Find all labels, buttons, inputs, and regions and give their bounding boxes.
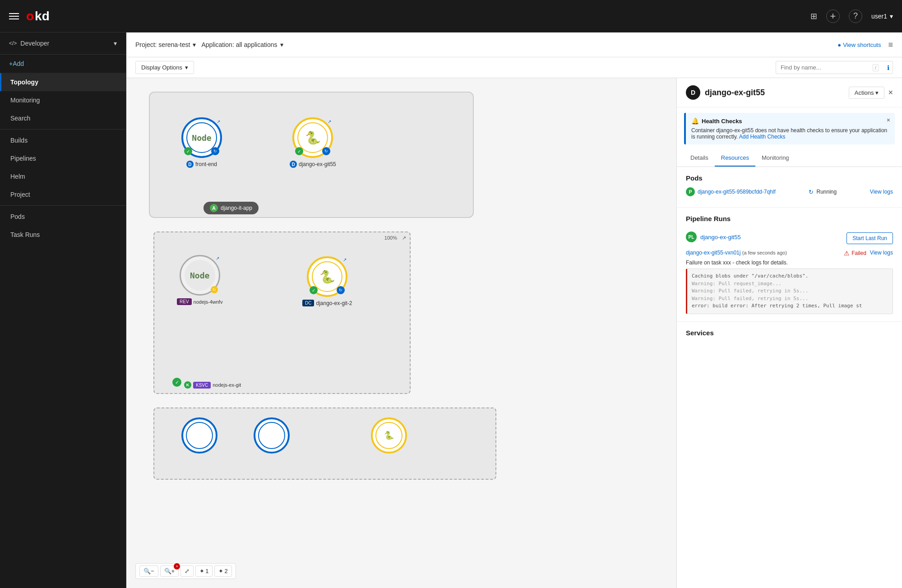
ksvc-container: K KSVC nodejs-ex-git [184, 381, 241, 389]
zoom-fit-1-button[interactable]: ✦ 1 [195, 565, 213, 577]
panel-actions: Actions ▾ × [849, 87, 893, 99]
node-front-end-status-icon: ✓ [184, 147, 192, 155]
node-nodejs-inner[interactable]: ↗ Node ↻ REV nodejs-4wnfv [177, 255, 222, 305]
node-django2-link-icon[interactable]: ↗ [343, 257, 347, 262]
sidebar-item-task-runs[interactable]: Task Runs [0, 226, 126, 244]
sidebar-divider-2 [0, 205, 126, 206]
node-django-name: django-ex-git55 [299, 161, 336, 167]
add-button[interactable]: +Add [0, 55, 126, 73]
pods-section: Pods P django-ex-git55-9589bcfdd-7qhlf ↻… [677, 167, 902, 208]
pipeline-run-entry: django-ex-git55-vxn01j (a few seconds ag… [686, 250, 893, 257]
node-nodejs-inner-circle: Node [185, 260, 215, 291]
node-django2-ring: 🐍 ✓ ↻ [307, 256, 347, 297]
alert-text: Container django-ex-git55 does not have … [691, 127, 889, 140]
pipeline-run-name-time: django-ex-git55-vxn01j (a few seconds ag… [686, 250, 840, 256]
group3-node-2-inner: ⬆ [258, 422, 285, 449]
actions-dropdown-button[interactable]: Actions ▾ [849, 87, 885, 99]
display-options-label: Display Options [141, 64, 182, 71]
pipeline-run-name-link[interactable]: django-ex-git55-vxn01j [686, 250, 740, 256]
user-menu[interactable]: user1 ▾ [871, 13, 893, 20]
sidebar-item-search[interactable]: Search [0, 109, 126, 127]
plus-icon[interactable]: + [826, 9, 840, 23]
project-selector[interactable]: Project: serena-test ▾ [135, 41, 196, 48]
hamburger-menu[interactable] [9, 13, 19, 19]
pod-name-container: P django-ex-git55-9589bcfdd-7qhlf [686, 187, 776, 196]
panel-title-badge: D [686, 85, 700, 100]
zoom-fit-button[interactable]: ⤢ [180, 565, 194, 577]
zoom-toolbar: 🔍− 🔍+ × ⤢ ✦ 1 ✦ 2 [135, 563, 236, 579]
node-django2-status-icon: ✓ [310, 286, 318, 294]
group2-percent-label: 100% [384, 235, 397, 241]
node-django-ex-git-2[interactable]: ↗ 🐍 ✓ ↻ DC django-ex-git-2 [302, 256, 352, 306]
node-nodejs-inner-tags: REV nodejs-4wnfv [177, 298, 222, 305]
sidebar-item-monitoring[interactable]: Monitoring [0, 91, 126, 109]
group3-node-1[interactable]: ⬆ [181, 417, 217, 454]
context-chevron-icon[interactable]: ▾ [114, 40, 117, 47]
alert-message: Container django-ex-git55 does not have … [691, 127, 887, 140]
node-django-sync-icon: ↻ [322, 147, 330, 155]
tab-details[interactable]: Details [684, 150, 715, 167]
start-last-run-button[interactable]: Start Last Run [846, 232, 893, 244]
pl-badge: PL [686, 231, 697, 242]
sidebar-header: </> Developer ▾ [0, 32, 126, 55]
pipeline-name-row: PL django-ex-git55 [686, 231, 741, 242]
sidebar-item-builds[interactable]: Builds [0, 131, 126, 149]
grid-icon[interactable]: ⊞ [810, 11, 817, 21]
application-selector[interactable]: Application: all applications ▾ [201, 41, 283, 48]
node-django-ex-git55[interactable]: ↗ 🐍 ✓ ↻ D django-ex-git55 [290, 117, 336, 168]
sidebar-item-pods[interactable]: Pods [0, 208, 126, 226]
help-icon[interactable]: ? [849, 9, 862, 23]
node-front-end-name: front-end [195, 161, 217, 167]
zoom-in-button[interactable]: 🔍+ × [160, 565, 179, 577]
sidebar-item-helm[interactable]: Helm [0, 167, 126, 185]
view-shortcuts-button[interactable]: ● View shortcuts [837, 42, 881, 48]
sidebar-item-pipelines[interactable]: Pipelines [0, 149, 126, 167]
zoom-out-button[interactable]: 🔍− [139, 565, 158, 577]
topbar: okd ⊞ + ? user1 ▾ [0, 0, 902, 32]
sidebar-item-project[interactable]: Project [0, 185, 126, 204]
side-panel: D django-ex-git55 Actions ▾ × 🔔 [676, 78, 902, 588]
group2-external-link-icon[interactable]: ↗ [402, 235, 406, 241]
actions-label: Actions [855, 89, 874, 96]
pipeline-runs-header: Pipeline Runs [686, 215, 893, 228]
alert-close-button[interactable]: × [887, 116, 890, 124]
log-line-5: error: build error: After retrying 2 tim… [692, 302, 888, 310]
list-view-icon[interactable]: ≡ [888, 40, 893, 50]
sidebar-item-topology[interactable]: Topology [0, 73, 126, 91]
node-front-end[interactable]: ↗ Node ✓ ↻ D front-end [181, 117, 222, 168]
ksvc-k-badge: K [184, 381, 191, 389]
display-options-button[interactable]: Display Options ▾ [135, 61, 194, 74]
node-nodejs-inner-link-icon[interactable]: ↗ [216, 256, 219, 261]
pod-view-logs-link[interactable]: View logs [870, 189, 893, 195]
tab-resources[interactable]: Resources [715, 150, 755, 167]
group3-node-3[interactable]: 🐍 [371, 417, 407, 454]
slash-icon: / [873, 64, 879, 71]
node-front-end-badge: D [186, 161, 194, 168]
log-output-box: Caching blobs under "/var/cache/blobs". … [686, 269, 893, 314]
zoom-fit-2-button[interactable]: ✦ 2 [214, 565, 231, 577]
pod-badge: P [686, 187, 695, 196]
zoom-fit-2-icon: ✦ [218, 568, 223, 574]
pl-name-link[interactable]: django-ex-git55 [700, 234, 741, 241]
view-shortcuts-label: View shortcuts [843, 42, 881, 48]
node-django2-badge: DC [302, 300, 314, 306]
alert-link[interactable]: Add Health Checks [739, 134, 786, 140]
health-check-alert: 🔔 Health Checks × Container django-ex-gi… [684, 113, 895, 144]
group2-status-icon: ✓ [172, 378, 181, 387]
node-django-external-link-icon[interactable]: ↗ [328, 119, 331, 124]
node-django-icon: 🐍 [305, 130, 321, 145]
pipeline-run-view-logs-link[interactable]: View logs [870, 250, 893, 256]
panel-close-button[interactable]: × [888, 88, 893, 97]
services-title: Services [686, 329, 893, 337]
node-front-end-icon: Node [192, 133, 211, 143]
tab-monitoring[interactable]: Monitoring [755, 150, 796, 167]
sidebar-divider-1 [0, 129, 126, 130]
node-front-end-external-link-icon[interactable]: ↗ [217, 119, 220, 124]
group3-node-2[interactable]: ⬆ [254, 417, 290, 454]
pod-name-link[interactable]: django-ex-git55-9589bcfdd-7qhlf [698, 189, 776, 195]
context-icon: </> [9, 40, 17, 46]
topology-canvas[interactable]: ↗ Node ✓ ↻ D front-end [126, 78, 676, 588]
pipeline-runs-section: Pipeline Runs PL django-ex-git55 Start L… [677, 208, 902, 322]
project-label: Project: serena-test [135, 41, 190, 48]
pod-row: P django-ex-git55-9589bcfdd-7qhlf ↻ Runn… [686, 187, 893, 196]
